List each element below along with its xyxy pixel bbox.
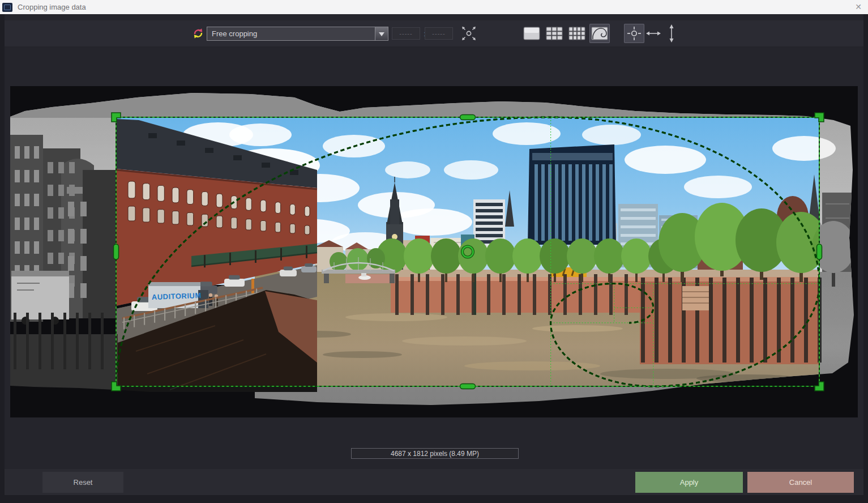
overlay-grid-icon: [568, 26, 586, 41]
window-title: Cropping image data: [18, 3, 86, 11]
apply-button[interactable]: Apply: [635, 472, 743, 493]
horizontal-arrow-icon: [645, 25, 662, 42]
overlay-thirds-button[interactable]: [544, 24, 565, 43]
crop-handle-top[interactable]: [460, 115, 476, 120]
close-button[interactable]: ✕: [855, 0, 862, 14]
pano-image: AUDITORIUM: [10, 86, 858, 417]
vertical-arrow-icon: [663, 24, 680, 43]
crop-preset-value: Free cropping: [207, 29, 375, 38]
crop-canvas[interactable]: AUDITORIUM: [10, 86, 858, 417]
dropdown-arrow-button[interactable]: [375, 27, 388, 40]
status-dimensions: 4687 x 1812 pixels (8.49 MP): [351, 448, 519, 459]
overlay-golden-spiral-button[interactable]: [589, 24, 610, 43]
toolbar: Free cropping ----- : -----: [5, 20, 863, 47]
overlay-none-button[interactable]: [521, 24, 542, 43]
crop-handle-bottom-right[interactable]: [815, 382, 824, 391]
overlay-golden-spiral-icon: [591, 26, 609, 41]
extend-horizontal-button[interactable]: [643, 24, 664, 43]
reset-button[interactable]: Reset: [42, 472, 123, 493]
app-icon: [2, 3, 12, 12]
crop-preset-dropdown[interactable]: Free cropping: [207, 27, 388, 41]
extend-vertical-button[interactable]: [661, 24, 682, 43]
overlay-thirds-icon: [545, 26, 563, 41]
center-crosshair-icon: [626, 25, 643, 42]
maximize-selection-icon: [460, 24, 478, 42]
ratio-width-input[interactable]: -----: [392, 27, 420, 40]
overlay-none-icon: [523, 26, 541, 41]
maximize-selection-button[interactable]: [459, 24, 479, 43]
crop-handle-right[interactable]: [817, 244, 822, 259]
crop-handle-bottom[interactable]: [460, 384, 476, 389]
crop-handle-left[interactable]: [114, 244, 119, 259]
footer-bar: Reset Apply Cancel: [5, 469, 863, 495]
rotate-crop-icon: [192, 20, 204, 46]
ratio-height-input[interactable]: -----: [425, 27, 453, 40]
window-titlebar: Cropping image data ✕: [0, 0, 868, 14]
overlay-grid-button[interactable]: [567, 24, 587, 43]
center-marker-toggle-button[interactable]: [624, 24, 644, 43]
cancel-button[interactable]: Cancel: [747, 472, 854, 493]
